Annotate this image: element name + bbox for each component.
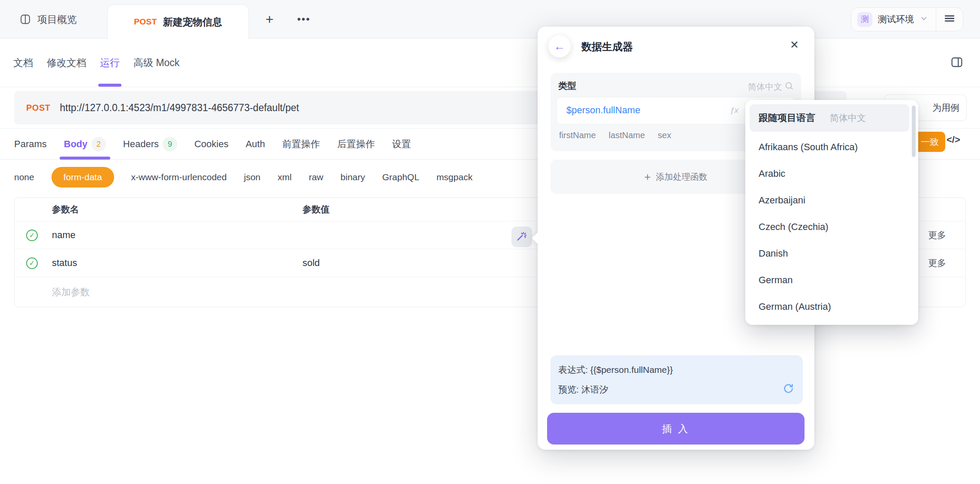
hamburger-menu-button[interactable] (936, 8, 963, 31)
dropdown-item[interactable]: German (Austria) (745, 293, 918, 320)
language-search-button[interactable]: 简体中文 (748, 81, 794, 93)
add-processor-label: 添加处理函数 (656, 171, 708, 183)
type-label: 类型 (558, 80, 576, 92)
tab-auth[interactable]: Auth (245, 129, 265, 159)
body-count-badge: 2 (91, 137, 106, 151)
row-more-button[interactable]: 更多 (928, 229, 946, 241)
dropdown-item[interactable]: Azerbaijani (745, 187, 918, 214)
modal-close-button[interactable]: ✕ (790, 39, 799, 51)
tab-settings[interactable]: 设置 (392, 129, 411, 159)
modal-back-button[interactable]: ← (548, 35, 571, 57)
split-panel-button[interactable] (950, 55, 964, 71)
suggestion-tags: firstName lastName sex (559, 130, 671, 140)
tab-cookies[interactable]: Cookies (194, 129, 228, 159)
row-enabled-checkbox[interactable]: ✓ (26, 257, 38, 269)
tab-project-overview-label: 项目概览 (37, 13, 77, 26)
plus-icon: + (644, 170, 650, 184)
nav-tab-advanced-mock[interactable]: 高级 Mock (133, 39, 179, 87)
tab-request-active[interactable]: POST 新建宠物信息 (107, 4, 249, 39)
column-header-name: 参数名 (52, 203, 79, 215)
headers-count-badge: 9 (163, 137, 177, 151)
body-type-form-data[interactable]: form-data (51, 167, 114, 188)
dropdown-item[interactable]: Czech (Czechia) (745, 214, 918, 240)
tab-body-label: Body (64, 139, 88, 150)
nav-tab-docs[interactable]: 文档 (13, 39, 33, 87)
body-type-xml[interactable]: xml (278, 172, 292, 182)
back-arrow-icon: ← (554, 40, 566, 53)
insert-button[interactable]: 插 入 (547, 413, 805, 445)
tab-pre-ops[interactable]: 前置操作 (282, 129, 320, 159)
nav-tab-advanced-mock-label: 高级 Mock (133, 56, 179, 70)
tab-settings-label: 设置 (392, 138, 411, 151)
check-icon: ✓ (29, 259, 35, 267)
refresh-icon (783, 386, 794, 396)
project-overview-icon (19, 13, 31, 25)
tab-body[interactable]: Body 2 (64, 129, 106, 159)
preview-line: 预览: 沐语汐 (558, 384, 608, 396)
tab-project-overview[interactable]: 项目概览 (19, 0, 77, 39)
endpoint-nav-tabs: 文档 修改文档 运行 高级 Mock (0, 39, 980, 87)
tag-sex[interactable]: sex (658, 130, 671, 140)
tag-lastname[interactable]: lastName (609, 130, 645, 140)
tab-params-label: Params (14, 139, 47, 150)
tab-more-button[interactable]: ••• (292, 9, 316, 29)
code-icon: </> (947, 134, 960, 145)
tag-firstname[interactable]: firstName (559, 130, 596, 140)
magic-wand-button[interactable] (511, 227, 532, 247)
dropdown-item[interactable]: Arabic (745, 160, 918, 187)
dropdown-item-follow-project[interactable]: 跟随项目语言 简体中文 (750, 104, 909, 132)
add-tab-button[interactable]: + (260, 9, 279, 29)
chevron-down-icon (920, 14, 928, 24)
row-enabled-checkbox[interactable]: ✓ (26, 230, 38, 241)
search-icon (784, 81, 794, 93)
tab-auth-label: Auth (245, 139, 265, 150)
column-header-value: 参数值 (302, 203, 330, 215)
row-more-button[interactable]: 更多 (928, 257, 946, 269)
dropdown-item[interactable]: Afrikaans (South Africa) (745, 134, 918, 160)
environment-selector[interactable]: 测 测试环境 (851, 8, 936, 31)
body-type-urlencoded[interactable]: x-www-form-urlencoded (131, 172, 227, 182)
tab-post-ops[interactable]: 后置操作 (337, 129, 375, 159)
refresh-preview-button[interactable] (783, 383, 794, 396)
body-type-none[interactable]: none (14, 172, 34, 182)
generator-type-value: $person.fullName (566, 105, 640, 116)
nav-tab-edit-docs[interactable]: 修改文档 (47, 39, 86, 87)
top-tab-strip: 项目概览 POST 新建宠物信息 + ••• 测 测试环境 (0, 0, 980, 39)
dropdown-item[interactable]: Danish (745, 240, 918, 267)
param-value-cell[interactable]: sold (302, 257, 320, 269)
param-name-cell[interactable]: name (52, 230, 76, 241)
code-view-button[interactable]: </> (947, 134, 960, 145)
nav-tab-docs-label: 文档 (13, 56, 33, 70)
tab-cookies-label: Cookies (194, 139, 228, 150)
body-type-graphql[interactable]: GraphQL (382, 172, 419, 182)
body-type-msgpack[interactable]: msgpack (436, 172, 472, 182)
body-type-binary[interactable]: binary (341, 172, 365, 182)
tab-params[interactable]: Params (14, 129, 47, 159)
nav-tab-run-label: 运行 (100, 56, 120, 70)
url-value: http://127.0.0.1:4523/m1/4997831-4656773… (60, 102, 299, 114)
nav-tab-edit-docs-label: 修改文档 (47, 56, 86, 70)
url-method-label: POST (26, 103, 50, 113)
tab-title-label: 新建宠物信息 (163, 15, 222, 29)
tab-post-ops-label: 后置操作 (337, 138, 375, 151)
tab-method-label: POST (134, 17, 157, 27)
language-hint-label: 简体中文 (748, 81, 782, 93)
param-name-cell[interactable]: status (52, 257, 77, 269)
add-param-placeholder: 添加参数 (52, 286, 90, 299)
body-type-raw[interactable]: raw (309, 172, 324, 182)
dropdown-item[interactable]: German (745, 267, 918, 293)
tab-headers[interactable]: Headers 9 (123, 129, 177, 159)
expression-preview-panel: 表达式: {{$person.fullName}} 预览: 沐语汐 (550, 355, 803, 404)
dropdown-items: Afrikaans (South Africa) Arabic Azerbaij… (745, 134, 918, 320)
nav-tab-run[interactable]: 运行 (100, 39, 120, 87)
magic-wand-icon (516, 230, 528, 244)
modal-title: 数据生成器 (581, 40, 633, 54)
consistent-label: 一致 (921, 136, 939, 148)
follow-project-hint: 简体中文 (830, 112, 866, 124)
tab-headers-label: Headers (123, 139, 159, 150)
environment-name: 测试环境 (878, 13, 914, 25)
plus-icon: + (266, 12, 274, 27)
body-type-json[interactable]: json (244, 172, 260, 182)
save-as-case-label: 为用例 (932, 102, 959, 114)
ellipsis-icon: ••• (297, 13, 310, 25)
